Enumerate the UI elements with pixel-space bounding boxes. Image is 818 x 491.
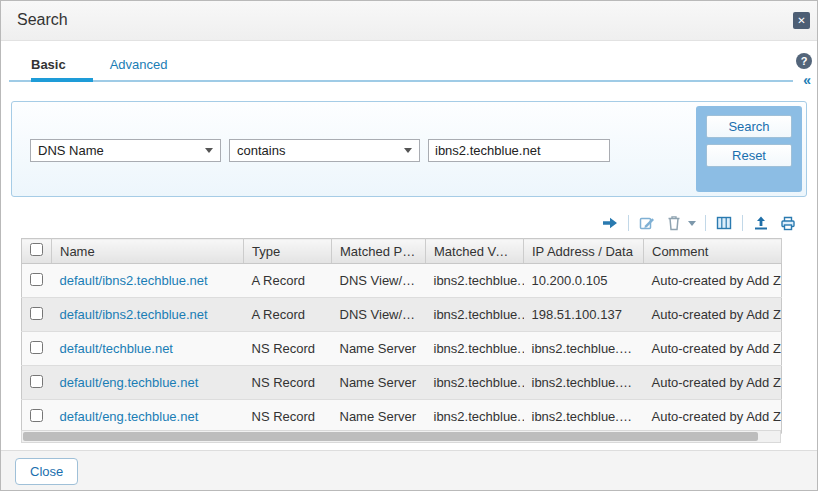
row-checkbox[interactable] [30, 341, 43, 354]
toolbar-separator [705, 215, 706, 231]
cell-ip_address: ibns2.techblue.… [524, 332, 644, 366]
tab-advanced[interactable]: Advanced [110, 57, 168, 72]
column-header-0[interactable]: Name [52, 239, 244, 264]
column-header-1[interactable]: Type [244, 239, 332, 264]
cell-matched_value: ibns2.techblue.… [426, 366, 524, 400]
table-row[interactable]: default/ibns2.techblue.netA RecordDNS Vi… [22, 298, 782, 332]
field-select[interactable]: DNS Name [30, 139, 221, 162]
results-table: NameTypeMatched Pr…Matched ValueIP Addre… [21, 238, 782, 434]
row-checkbox-cell [22, 264, 52, 298]
select-all-header [22, 239, 52, 264]
cell-matched_value: ibns2.techblue.… [426, 298, 524, 332]
cell-ip_address: ibns2.techblue.… [524, 400, 644, 434]
column-header-2[interactable]: Matched Pr… [332, 239, 426, 264]
search-query-input[interactable] [428, 139, 610, 162]
search-form-row: DNS Name contains [30, 139, 610, 162]
cell-name[interactable]: default/techblue.net [52, 332, 244, 366]
toolbar-separator [628, 215, 629, 231]
cell-matched_property: DNS View/… [332, 298, 426, 332]
horizontal-scrollbar-thumb[interactable] [23, 432, 758, 441]
cell-type: NS Record [244, 332, 332, 366]
cell-name[interactable]: default/eng.techblue.net [52, 400, 244, 434]
dialog-footer: Close [1, 450, 817, 490]
cell-name[interactable]: default/eng.techblue.net [52, 366, 244, 400]
cell-type: A Record [244, 298, 332, 332]
column-header-4[interactable]: IP Address / Data [524, 239, 644, 264]
cell-comment: Auto-created by Add Zone [644, 400, 782, 434]
cell-type: A Record [244, 264, 332, 298]
close-icon[interactable]: ✕ [793, 12, 810, 29]
table-row[interactable]: default/techblue.netNS RecordName Server… [22, 332, 782, 366]
delete-menu-caret-icon[interactable] [688, 221, 696, 226]
toolbar-separator [742, 215, 743, 231]
cell-type: NS Record [244, 400, 332, 434]
table-header-row: NameTypeMatched Pr…Matched ValueIP Addre… [22, 239, 782, 264]
results-toolbar [601, 212, 797, 234]
cell-name[interactable]: default/ibns2.techblue.net [52, 298, 244, 332]
search-button[interactable]: Search [706, 115, 792, 138]
table-row[interactable]: default/eng.techblue.netNS RecordName Se… [22, 366, 782, 400]
close-button[interactable]: Close [15, 458, 78, 485]
cell-matched_value: ibns2.techblue.… [426, 332, 524, 366]
go-arrow-icon[interactable] [601, 214, 619, 232]
cell-matched_property: Name Server [332, 366, 426, 400]
cell-ip_address: ibns2.techblue.… [524, 366, 644, 400]
chevron-down-icon [404, 148, 412, 153]
cell-comment: Auto-created by Add Zone [644, 332, 782, 366]
cell-ip_address: 198.51.100.137 [524, 298, 644, 332]
cell-matched_value: ibns2.techblue.… [426, 264, 524, 298]
row-checkbox-cell [22, 366, 52, 400]
row-checkbox-cell [22, 332, 52, 366]
cell-matched_value: ibns2.techblue.… [426, 400, 524, 434]
cell-comment: Auto-created by Add Zone [644, 298, 782, 332]
tab-basic[interactable]: Basic [31, 57, 66, 72]
horizontal-scrollbar[interactable] [21, 430, 781, 443]
search-dialog: Search ✕ Basic Advanced ? « DNS Name con… [0, 0, 818, 491]
delete-icon[interactable] [665, 214, 683, 232]
row-checkbox[interactable] [30, 307, 43, 320]
row-checkbox-cell [22, 400, 52, 434]
select-all-checkbox[interactable] [30, 243, 43, 256]
operator-select-value: contains [237, 143, 285, 158]
field-select-value: DNS Name [38, 143, 104, 158]
row-checkbox[interactable] [30, 273, 43, 286]
search-buttons-panel: Search Reset [696, 106, 802, 192]
table-row[interactable]: default/ibns2.techblue.netA RecordDNS Vi… [22, 264, 782, 298]
cell-type: NS Record [244, 366, 332, 400]
cell-matched_property: DNS View/… [332, 264, 426, 298]
cell-comment: Auto-created by Add Zone [644, 366, 782, 400]
column-picker-icon[interactable] [715, 214, 733, 232]
export-icon[interactable] [752, 214, 770, 232]
row-checkbox[interactable] [30, 375, 43, 388]
column-header-5[interactable]: Comment [644, 239, 782, 264]
column-header-3[interactable]: Matched Value [426, 239, 524, 264]
search-criteria-panel: DNS Name contains Search Reset [11, 101, 807, 197]
chevron-down-icon [205, 148, 213, 153]
cell-ip_address: 10.200.0.105 [524, 264, 644, 298]
row-checkbox[interactable] [30, 409, 43, 422]
operator-select[interactable]: contains [229, 139, 420, 162]
reset-button[interactable]: Reset [706, 144, 792, 167]
cell-comment: Auto-created by Add Zone [644, 264, 782, 298]
tab-baseline [9, 80, 793, 82]
active-tab-underline [31, 78, 93, 82]
cell-matched_property: Name Server [332, 400, 426, 434]
collapse-icon[interactable]: « [803, 72, 811, 88]
results-tbody: default/ibns2.techblue.netA RecordDNS Vi… [22, 264, 782, 434]
cell-matched_property: Name Server [332, 332, 426, 366]
dialog-title: Search [17, 11, 68, 29]
row-checkbox-cell [22, 298, 52, 332]
print-icon[interactable] [779, 214, 797, 232]
table-row[interactable]: default/eng.techblue.netNS RecordName Se… [22, 400, 782, 434]
cell-name[interactable]: default/ibns2.techblue.net [52, 264, 244, 298]
help-icon[interactable]: ? [796, 53, 812, 69]
edit-icon[interactable] [638, 214, 656, 232]
dialog-header: Search ✕ [1, 1, 817, 41]
tab-bar: Basic Advanced [31, 57, 168, 72]
